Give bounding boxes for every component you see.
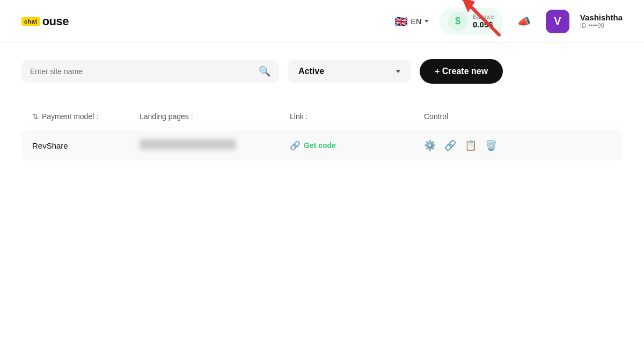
logo-chat-badge: chat: [21, 17, 40, 26]
table-header: ⇅ Payment model : Landing pages : Link :…: [21, 105, 623, 128]
main-content: 🔍 Active + Create new ⇅ Payment model : …: [0, 43, 644, 177]
landing-pages-blurred: [140, 139, 236, 150]
flag-icon: 🇬🇧: [394, 15, 408, 28]
balance-button[interactable]: $ Balance 0.05$: [440, 8, 503, 35]
language-label: EN: [411, 17, 421, 26]
search-icon[interactable]: 🔍: [259, 65, 270, 77]
toolbar: 🔍 Active + Create new: [21, 59, 623, 84]
payment-model-cell: RevShare: [32, 141, 140, 150]
link-icon: 🔗: [290, 141, 301, 151]
header: chat ouse 🇬🇧 EN $ Balance 0.05$ 📣 V: [0, 0, 644, 43]
col-payment-header: ⇅ Payment model :: [32, 112, 140, 121]
header-right: 🇬🇧 EN $ Balance 0.05$ 📣 V Vashishtha ID …: [394, 8, 623, 35]
payment-model-header: Payment model :: [42, 112, 98, 121]
logo-area: chat ouse: [21, 14, 69, 28]
col-control-header: Control: [424, 112, 612, 121]
balance-info: Balance 0.05$: [473, 13, 494, 29]
landing-pages-header: Landing pages :: [140, 112, 193, 121]
dollar-icon: $: [448, 12, 467, 31]
control-header: Control: [424, 112, 448, 121]
payment-model-value: RevShare: [32, 141, 68, 150]
link-header: Link :: [290, 112, 308, 121]
create-new-button[interactable]: + Create new: [420, 59, 503, 84]
logo-text: ouse: [42, 14, 69, 28]
delete-icon[interactable]: 🗑️: [485, 139, 497, 151]
search-box: 🔍: [21, 60, 279, 83]
get-code-label: Get code: [304, 141, 336, 150]
balance-label: Balance: [473, 13, 494, 20]
sort-icon[interactable]: ⇅: [32, 112, 39, 121]
balance-value: 0.05$: [473, 20, 494, 29]
avatar: V: [546, 10, 569, 33]
user-name: Vashishtha: [580, 13, 623, 22]
chevron-down-icon: [425, 20, 429, 23]
control-cell: ⚙️ 🔗 📋 🗑️: [424, 139, 612, 151]
col-link-header: Link :: [290, 112, 424, 121]
user-info: Vashishtha ID ••••99: [580, 13, 623, 30]
landing-pages-cell: [140, 139, 290, 152]
table-row: RevShare 🔗 Get code ⚙️ 🔗 📋 🗑️: [21, 130, 623, 160]
status-label: Active: [298, 67, 324, 76]
chevron-down-icon: [396, 70, 400, 73]
settings-icon[interactable]: ⚙️: [424, 139, 436, 151]
search-input[interactable]: [30, 67, 253, 76]
status-dropdown[interactable]: Active: [288, 60, 411, 83]
user-id: ID ••••99: [580, 22, 623, 30]
link-cell: 🔗 Get code: [290, 141, 424, 151]
col-landing-header: Landing pages :: [140, 112, 290, 121]
link-copy-icon[interactable]: 🔗: [444, 139, 456, 151]
language-selector[interactable]: 🇬🇧 EN: [394, 15, 429, 28]
bell-icon: 📣: [517, 15, 531, 28]
notification-button[interactable]: 📣: [514, 11, 535, 32]
copy-icon[interactable]: 📋: [465, 139, 477, 151]
get-code-button[interactable]: 🔗 Get code: [290, 141, 424, 151]
